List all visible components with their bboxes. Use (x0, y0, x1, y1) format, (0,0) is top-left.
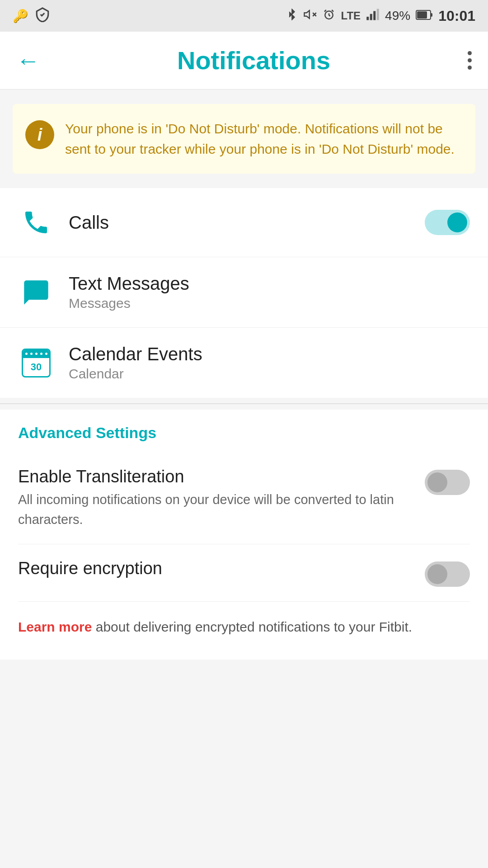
lte-icon: LTE (341, 9, 361, 22)
calls-text: Calls (69, 212, 425, 233)
encryption-title: Require encryption (18, 559, 410, 578)
section-divider (0, 403, 488, 404)
calendar-events-setting-item[interactable]: 30 Calendar Events Calendar (0, 328, 488, 398)
svg-line-4 (324, 10, 326, 12)
back-button[interactable]: ← (16, 47, 40, 74)
battery-percentage: 49% (385, 9, 410, 23)
transliteration-title: Enable Transliteration (18, 467, 410, 486)
svg-line-5 (332, 10, 333, 12)
learn-more-link[interactable]: Learn more (18, 619, 92, 634)
status-bar: 🔑 L (0, 0, 488, 32)
text-messages-setting-item[interactable]: Text Messages Messages (0, 257, 488, 328)
more-dot-3 (468, 66, 472, 70)
calls-title: Calls (69, 212, 425, 233)
messages-text: Text Messages Messages (69, 274, 470, 311)
svg-marker-0 (304, 10, 309, 19)
app-bar: ← Notifications (0, 32, 488, 90)
info-icon: i (25, 120, 54, 149)
calls-icon (18, 204, 54, 241)
settings-list: Calls Text Messages Messages (0, 188, 488, 398)
svg-rect-11 (431, 13, 432, 17)
messages-title: Text Messages (69, 274, 470, 294)
status-right-icons: LTE 49% 10:01 (286, 8, 475, 24)
calendar-text: Calendar Events Calendar (69, 344, 470, 382)
calls-setting-item[interactable]: Calls (0, 188, 488, 257)
key-icon: 🔑 (13, 9, 28, 24)
encryption-note-rest: about delivering encrypted notifications… (92, 619, 412, 634)
svg-rect-9 (377, 9, 379, 20)
time: 10:01 (438, 8, 475, 24)
transliteration-text: Enable Transliteration All incoming noti… (18, 467, 410, 529)
svg-rect-12 (417, 11, 427, 19)
dnd-warning-banner: i Your phone is in 'Do Not Disturb' mode… (13, 104, 475, 174)
more-dot-2 (468, 58, 472, 62)
calendar-number: 30 (31, 361, 42, 373)
encryption-toggle-wrap[interactable] (425, 559, 470, 587)
calendar-subtitle: Calendar (69, 366, 470, 382)
messages-subtitle: Messages (69, 296, 470, 311)
encryption-toggle[interactable] (425, 561, 470, 587)
transliteration-setting[interactable]: Enable Transliteration All incoming noti… (18, 453, 470, 544)
transliteration-toggle-knob (427, 472, 447, 492)
advanced-settings-title: Advanced Settings (18, 424, 470, 453)
encryption-setting[interactable]: Require encryption (18, 544, 470, 602)
battery-icon (416, 9, 433, 23)
more-dot-1 (468, 51, 472, 55)
encryption-note-text: Learn more about delivering encrypted no… (18, 616, 470, 638)
encryption-text: Require encryption (18, 559, 410, 582)
calls-toggle-wrap[interactable] (425, 210, 470, 235)
more-menu-button[interactable] (468, 47, 472, 74)
transliteration-toggle-wrap[interactable] (425, 467, 470, 495)
svg-rect-7 (370, 14, 372, 20)
status-left-icons: 🔑 (13, 7, 50, 25)
shield-icon (35, 7, 50, 25)
page-title: Notifications (177, 46, 330, 75)
messages-icon (18, 274, 54, 311)
mute-icon (303, 8, 317, 24)
transliteration-toggle[interactable] (425, 470, 470, 495)
signal-icon (366, 8, 380, 24)
encryption-toggle-knob (427, 564, 447, 584)
bluetooth-icon (286, 9, 298, 24)
calls-toggle-knob (447, 212, 467, 232)
alarm-icon (322, 8, 336, 24)
encryption-note-section: Learn more about delivering encrypted no… (0, 602, 488, 660)
advanced-settings-section: Advanced Settings Enable Transliteration… (0, 410, 488, 602)
calls-toggle[interactable] (425, 210, 470, 235)
svg-rect-6 (366, 17, 369, 20)
svg-rect-8 (373, 11, 375, 20)
calendar-title: Calendar Events (69, 344, 470, 364)
calendar-icon: 30 (18, 345, 54, 381)
dnd-warning-text: Your phone is in 'Do Not Disturb' mode. … (65, 118, 463, 159)
transliteration-desc: All incoming notifications on your devic… (18, 490, 410, 529)
